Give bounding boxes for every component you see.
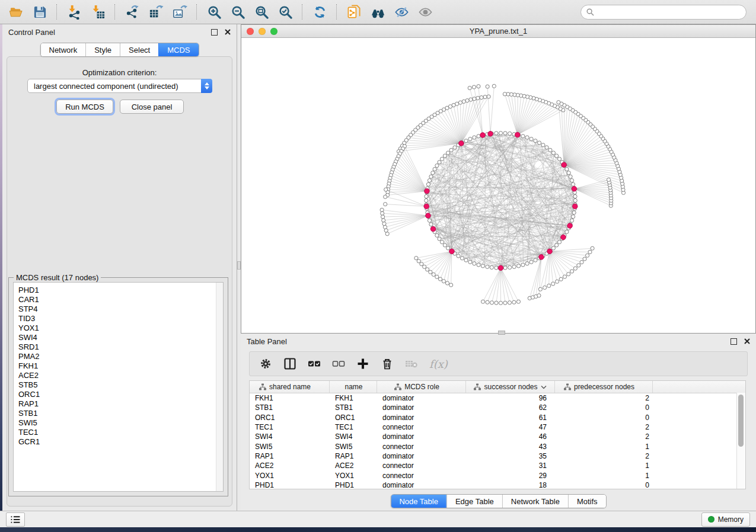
import-table-button[interactable] bbox=[87, 2, 109, 22]
table-row[interactable]: RAP1 RAP1 dominator 35 2 bbox=[250, 451, 745, 461]
column-header[interactable]: successor nodes bbox=[466, 381, 555, 393]
refresh-view-button[interactable] bbox=[308, 2, 331, 22]
table-tab[interactable]: Edge Table bbox=[446, 495, 502, 508]
optimization-criterion-label: Optimization criterion: bbox=[2, 68, 237, 77]
mcds-result-node[interactable]: STB5 bbox=[18, 380, 223, 390]
mcds-result-node[interactable]: SWI4 bbox=[18, 333, 223, 342]
table-row[interactable]: SWI5 SWI5 connector 43 1 bbox=[250, 441, 745, 451]
network-canvas[interactable] bbox=[241, 37, 755, 333]
column-type-icon bbox=[564, 383, 571, 390]
mcds-result-node[interactable]: SWI5 bbox=[18, 418, 223, 428]
horizontal-splitter-grip[interactable] bbox=[498, 331, 505, 335]
table-row[interactable]: PHD1 PHD1 dominator 18 0 bbox=[250, 480, 745, 489]
show-graphics-details-button[interactable] bbox=[414, 2, 436, 22]
network-file-icon bbox=[347, 5, 362, 20]
result-list-scrollbar[interactable] bbox=[216, 283, 223, 491]
table-row[interactable]: ORC1 ORC1 dominator 61 0 bbox=[250, 413, 745, 422]
zoom-out-button[interactable] bbox=[227, 2, 249, 22]
zoom-selected-button[interactable] bbox=[274, 2, 296, 22]
mcds-result-node[interactable]: ORC1 bbox=[18, 390, 223, 399]
network-graph[interactable] bbox=[241, 37, 755, 333]
mcds-result-node[interactable]: FKH1 bbox=[18, 361, 223, 371]
column-header-label: MCDS role bbox=[404, 383, 439, 391]
select-all-button[interactable] bbox=[308, 357, 321, 370]
table-row[interactable]: FKH1 FKH1 dominator 96 2 bbox=[250, 393, 745, 403]
table-row[interactable]: ACE2 ACE2 connector 31 1 bbox=[250, 461, 745, 470]
zoom-fit-button[interactable] bbox=[250, 2, 273, 22]
memory-status-icon bbox=[708, 516, 714, 523]
hide-graphics-details-button[interactable] bbox=[390, 2, 413, 22]
mcds-result-node[interactable]: STP4 bbox=[18, 305, 223, 314]
table-scrollbar-thumb[interactable] bbox=[738, 395, 744, 447]
control-panel-tab[interactable]: Select bbox=[120, 43, 158, 56]
column-header-label: predecessor nodes bbox=[574, 383, 634, 391]
mcds-result-node[interactable]: SRD1 bbox=[18, 342, 223, 352]
add-column-button[interactable] bbox=[356, 357, 369, 370]
search-input[interactable] bbox=[598, 7, 741, 17]
export-image-button[interactable] bbox=[168, 2, 191, 22]
column-header[interactable]: shared name bbox=[250, 381, 330, 393]
zoom-in-button[interactable] bbox=[203, 2, 225, 22]
memory-button[interactable]: Memory bbox=[701, 512, 750, 527]
table-row[interactable]: SWI4 SWI4 dominator 46 2 bbox=[250, 432, 745, 441]
criterion-dropdown-value: largest connected component (undirected) bbox=[28, 82, 201, 91]
split-panel-button[interactable] bbox=[283, 357, 296, 370]
control-panel-tab[interactable]: MCDS bbox=[158, 43, 198, 56]
column-header[interactable]: name bbox=[330, 381, 377, 393]
apply-function-button[interactable]: f(x) bbox=[429, 358, 448, 370]
table-scrollbar[interactable] bbox=[736, 393, 745, 489]
search-network-button[interactable] bbox=[366, 2, 389, 22]
network-from-file-button[interactable] bbox=[343, 2, 365, 22]
control-panel-tab[interactable]: Network bbox=[40, 43, 85, 56]
task-history-button[interactable] bbox=[6, 512, 25, 527]
column-header[interactable]: MCDS role bbox=[377, 381, 466, 393]
import-network-button[interactable] bbox=[63, 2, 85, 22]
column-header[interactable]: predecessor nodes bbox=[555, 381, 653, 393]
split-pane-icon bbox=[283, 357, 296, 370]
control-panel-tabs: Network Style Select MCDS bbox=[40, 43, 199, 57]
mcds-result-node[interactable]: YOX1 bbox=[18, 323, 223, 333]
open-file-button[interactable] bbox=[5, 2, 27, 22]
export-table-button[interactable] bbox=[145, 2, 167, 22]
save-session-button[interactable] bbox=[28, 2, 51, 22]
delete-table-button[interactable] bbox=[405, 357, 418, 370]
table-options-gear-button[interactable] bbox=[259, 357, 272, 370]
node-table: shared name name bbox=[249, 380, 746, 489]
delete-column-button[interactable] bbox=[381, 357, 394, 370]
run-mcds-button[interactable]: Run MCDS bbox=[56, 100, 113, 114]
float-panel-icon[interactable] bbox=[211, 29, 218, 36]
control-panel-tab[interactable]: Style bbox=[85, 43, 120, 56]
mcds-result-node[interactable]: PHD1 bbox=[18, 286, 223, 295]
mcds-result-node[interactable]: GCR1 bbox=[18, 437, 223, 447]
eye-icon bbox=[418, 5, 433, 20]
deselect-all-button[interactable] bbox=[332, 357, 345, 370]
export-network-button[interactable] bbox=[121, 2, 143, 22]
table-row[interactable]: STB1 STB1 dominator 62 0 bbox=[250, 403, 745, 412]
table-row[interactable]: YOX1 YOX1 connector 29 1 bbox=[250, 470, 745, 480]
table-tab[interactable]: Node Table bbox=[391, 495, 446, 508]
mcds-result-node[interactable]: STB1 bbox=[18, 409, 223, 418]
mcds-result-node[interactable]: RAP1 bbox=[18, 399, 223, 409]
table-row[interactable]: TEC1 TEC1 connector 47 2 bbox=[250, 422, 745, 432]
table-tab[interactable]: Network Table bbox=[502, 495, 568, 508]
close-panel-button[interactable]: Close panel bbox=[120, 100, 184, 114]
refresh-icon bbox=[312, 5, 327, 20]
mcds-result-node[interactable]: TID3 bbox=[18, 314, 223, 323]
toolbar-separator bbox=[56, 4, 58, 20]
mcds-result-node[interactable]: ACE2 bbox=[18, 371, 223, 380]
dropdown-stepper-icon bbox=[201, 79, 212, 93]
close-panel-icon[interactable] bbox=[225, 29, 231, 35]
table-tab[interactable]: Motifs bbox=[568, 495, 606, 508]
open-folder-icon bbox=[9, 5, 24, 20]
mcds-result-node[interactable]: TEC1 bbox=[18, 428, 223, 437]
binoculars-icon bbox=[371, 5, 385, 20]
float-panel-icon[interactable] bbox=[731, 338, 737, 345]
criterion-dropdown[interactable]: largest connected component (undirected) bbox=[27, 79, 212, 93]
close-panel-icon[interactable] bbox=[744, 338, 750, 344]
sort-chevron-icon bbox=[541, 385, 547, 389]
toolbar-separator bbox=[302, 4, 303, 20]
import-table-icon bbox=[91, 5, 106, 20]
mcds-result-node[interactable]: PMA2 bbox=[18, 352, 223, 361]
select-all-icon bbox=[308, 357, 321, 370]
mcds-result-node[interactable]: CAR1 bbox=[18, 295, 223, 305]
